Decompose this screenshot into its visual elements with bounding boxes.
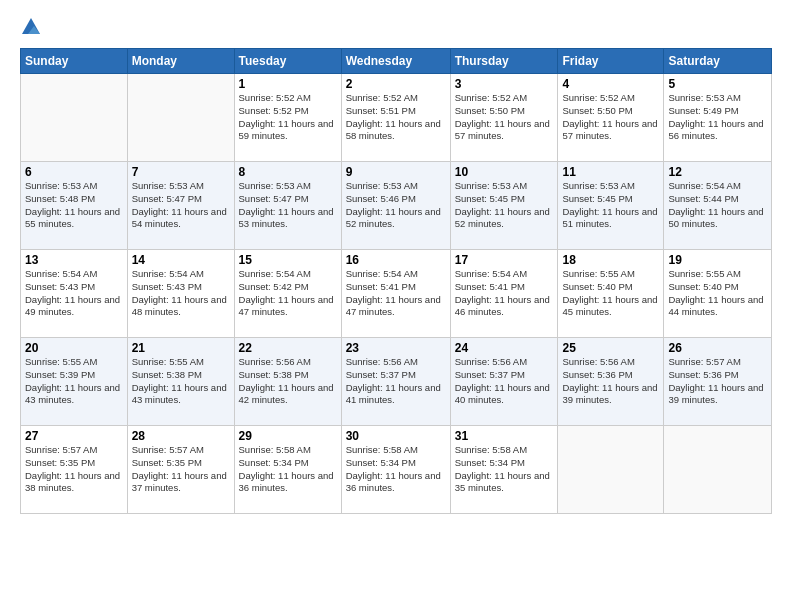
day-number: 20 (25, 341, 123, 355)
calendar-cell: 10Sunrise: 5:53 AMSunset: 5:45 PMDayligh… (450, 162, 558, 250)
sunset-text: Sunset: 5:50 PM (455, 105, 525, 116)
column-header-sunday: Sunday (21, 49, 128, 74)
calendar-cell: 5Sunrise: 5:53 AMSunset: 5:49 PMDaylight… (664, 74, 772, 162)
daylight-text: Daylight: 11 hours and 47 minutes. (239, 294, 334, 318)
day-number: 25 (562, 341, 659, 355)
sunrise-text: Sunrise: 5:54 AM (346, 268, 418, 279)
daylight-text: Daylight: 11 hours and 48 minutes. (132, 294, 227, 318)
sunset-text: Sunset: 5:36 PM (562, 369, 632, 380)
daylight-text: Daylight: 11 hours and 44 minutes. (668, 294, 763, 318)
sunrise-text: Sunrise: 5:54 AM (239, 268, 311, 279)
sunset-text: Sunset: 5:43 PM (25, 281, 95, 292)
day-number: 13 (25, 253, 123, 267)
day-detail: Sunrise: 5:54 AMSunset: 5:42 PMDaylight:… (239, 268, 337, 319)
day-detail: Sunrise: 5:53 AMSunset: 5:47 PMDaylight:… (132, 180, 230, 231)
sunset-text: Sunset: 5:44 PM (668, 193, 738, 204)
day-detail: Sunrise: 5:57 AMSunset: 5:35 PMDaylight:… (132, 444, 230, 495)
day-detail: Sunrise: 5:56 AMSunset: 5:37 PMDaylight:… (455, 356, 554, 407)
day-detail: Sunrise: 5:53 AMSunset: 5:48 PMDaylight:… (25, 180, 123, 231)
calendar-table: SundayMondayTuesdayWednesdayThursdayFrid… (20, 48, 772, 514)
sunset-text: Sunset: 5:48 PM (25, 193, 95, 204)
daylight-text: Daylight: 11 hours and 46 minutes. (455, 294, 550, 318)
day-detail: Sunrise: 5:57 AMSunset: 5:36 PMDaylight:… (668, 356, 767, 407)
calendar-cell: 20Sunrise: 5:55 AMSunset: 5:39 PMDayligh… (21, 338, 128, 426)
daylight-text: Daylight: 11 hours and 53 minutes. (239, 206, 334, 230)
page: SundayMondayTuesdayWednesdayThursdayFrid… (0, 0, 792, 612)
sunset-text: Sunset: 5:40 PM (668, 281, 738, 292)
day-number: 24 (455, 341, 554, 355)
daylight-text: Daylight: 11 hours and 37 minutes. (132, 470, 227, 494)
sunrise-text: Sunrise: 5:52 AM (562, 92, 634, 103)
daylight-text: Daylight: 11 hours and 57 minutes. (562, 118, 657, 142)
sunset-text: Sunset: 5:34 PM (455, 457, 525, 468)
sunset-text: Sunset: 5:45 PM (562, 193, 632, 204)
day-detail: Sunrise: 5:55 AMSunset: 5:40 PMDaylight:… (562, 268, 659, 319)
daylight-text: Daylight: 11 hours and 38 minutes. (25, 470, 120, 494)
sunset-text: Sunset: 5:47 PM (132, 193, 202, 204)
day-detail: Sunrise: 5:56 AMSunset: 5:36 PMDaylight:… (562, 356, 659, 407)
calendar-cell (127, 74, 234, 162)
sunset-text: Sunset: 5:41 PM (455, 281, 525, 292)
daylight-text: Daylight: 11 hours and 35 minutes. (455, 470, 550, 494)
calendar-cell: 7Sunrise: 5:53 AMSunset: 5:47 PMDaylight… (127, 162, 234, 250)
day-number: 23 (346, 341, 446, 355)
calendar-cell: 27Sunrise: 5:57 AMSunset: 5:35 PMDayligh… (21, 426, 128, 514)
sunrise-text: Sunrise: 5:54 AM (132, 268, 204, 279)
sunset-text: Sunset: 5:38 PM (239, 369, 309, 380)
daylight-text: Daylight: 11 hours and 45 minutes. (562, 294, 657, 318)
sunrise-text: Sunrise: 5:56 AM (239, 356, 311, 367)
day-number: 12 (668, 165, 767, 179)
daylight-text: Daylight: 11 hours and 51 minutes. (562, 206, 657, 230)
sunrise-text: Sunrise: 5:57 AM (25, 444, 97, 455)
column-header-friday: Friday (558, 49, 664, 74)
daylight-text: Daylight: 11 hours and 59 minutes. (239, 118, 334, 142)
daylight-text: Daylight: 11 hours and 40 minutes. (455, 382, 550, 406)
sunset-text: Sunset: 5:45 PM (455, 193, 525, 204)
day-number: 22 (239, 341, 337, 355)
sunrise-text: Sunrise: 5:52 AM (455, 92, 527, 103)
day-detail: Sunrise: 5:55 AMSunset: 5:39 PMDaylight:… (25, 356, 123, 407)
calendar-cell: 1Sunrise: 5:52 AMSunset: 5:52 PMDaylight… (234, 74, 341, 162)
daylight-text: Daylight: 11 hours and 39 minutes. (668, 382, 763, 406)
day-number: 3 (455, 77, 554, 91)
sunrise-text: Sunrise: 5:53 AM (25, 180, 97, 191)
daylight-text: Daylight: 11 hours and 36 minutes. (239, 470, 334, 494)
calendar-cell: 2Sunrise: 5:52 AMSunset: 5:51 PMDaylight… (341, 74, 450, 162)
calendar-cell: 30Sunrise: 5:58 AMSunset: 5:34 PMDayligh… (341, 426, 450, 514)
day-number: 1 (239, 77, 337, 91)
calendar-cell: 31Sunrise: 5:58 AMSunset: 5:34 PMDayligh… (450, 426, 558, 514)
sunset-text: Sunset: 5:40 PM (562, 281, 632, 292)
calendar-cell: 28Sunrise: 5:57 AMSunset: 5:35 PMDayligh… (127, 426, 234, 514)
daylight-text: Daylight: 11 hours and 47 minutes. (346, 294, 441, 318)
logo-icon (20, 16, 42, 38)
sunrise-text: Sunrise: 5:56 AM (455, 356, 527, 367)
sunrise-text: Sunrise: 5:53 AM (455, 180, 527, 191)
day-number: 18 (562, 253, 659, 267)
day-number: 8 (239, 165, 337, 179)
day-number: 16 (346, 253, 446, 267)
day-detail: Sunrise: 5:58 AMSunset: 5:34 PMDaylight:… (346, 444, 446, 495)
sunset-text: Sunset: 5:46 PM (346, 193, 416, 204)
sunset-text: Sunset: 5:36 PM (668, 369, 738, 380)
column-header-saturday: Saturday (664, 49, 772, 74)
day-number: 17 (455, 253, 554, 267)
sunrise-text: Sunrise: 5:55 AM (25, 356, 97, 367)
sunrise-text: Sunrise: 5:57 AM (132, 444, 204, 455)
sunset-text: Sunset: 5:38 PM (132, 369, 202, 380)
header (20, 16, 772, 38)
day-number: 5 (668, 77, 767, 91)
day-detail: Sunrise: 5:54 AMSunset: 5:43 PMDaylight:… (25, 268, 123, 319)
sunrise-text: Sunrise: 5:58 AM (346, 444, 418, 455)
sunset-text: Sunset: 5:42 PM (239, 281, 309, 292)
day-detail: Sunrise: 5:58 AMSunset: 5:34 PMDaylight:… (239, 444, 337, 495)
sunrise-text: Sunrise: 5:54 AM (25, 268, 97, 279)
daylight-text: Daylight: 11 hours and 50 minutes. (668, 206, 763, 230)
sunrise-text: Sunrise: 5:52 AM (346, 92, 418, 103)
daylight-text: Daylight: 11 hours and 41 minutes. (346, 382, 441, 406)
sunrise-text: Sunrise: 5:56 AM (346, 356, 418, 367)
daylight-text: Daylight: 11 hours and 43 minutes. (25, 382, 120, 406)
day-detail: Sunrise: 5:55 AMSunset: 5:40 PMDaylight:… (668, 268, 767, 319)
day-number: 19 (668, 253, 767, 267)
sunrise-text: Sunrise: 5:58 AM (239, 444, 311, 455)
day-number: 6 (25, 165, 123, 179)
